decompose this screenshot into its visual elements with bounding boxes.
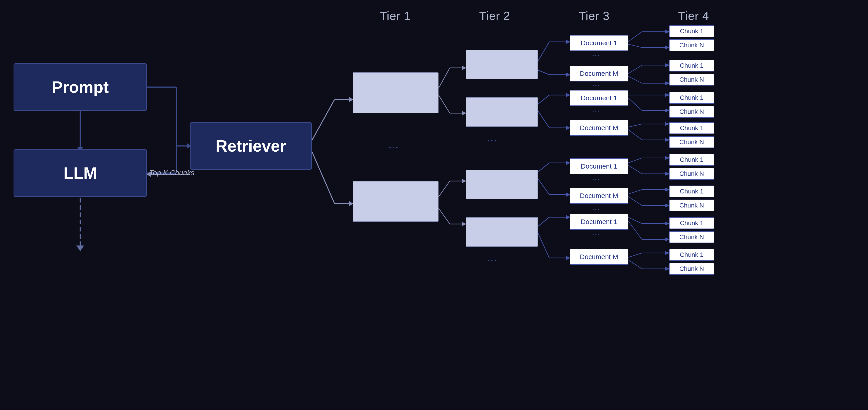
topn-label: Top K Chunks [149,169,194,177]
tier2-label: Tier 2 [479,9,510,23]
svg-line-81 [628,165,642,174]
chunk-label: Chunk 1 [680,28,704,35]
svg-line-45 [538,179,549,195]
chunk-g1dm-cn: Chunk N [669,74,714,86]
svg-line-21 [438,95,450,113]
doc-label: Document 1 [581,94,617,102]
svg-line-90 [628,217,642,224]
svg-line-99 [628,260,642,269]
chunk-g2b2dm-cn: Chunk N [669,263,714,275]
chunk-label: Chunk N [680,41,704,49]
svg-line-60 [628,65,642,74]
chunk-label: Chunk 1 [680,124,704,132]
doc-box-g1b1-dm: Document M [569,66,628,82]
svg-line-72 [628,124,642,127]
chunk-g1d1-c1: Chunk 1 [669,25,714,37]
svg-line-54 [628,32,642,42]
doc-box-g2b1-d1: Document 1 [569,158,628,174]
chunk-g1d1-cn: Chunk N [669,39,714,51]
svg-line-96 [628,253,642,258]
prompt-box: Prompt [13,63,147,111]
chunk-g1b2d1-cn: Chunk N [669,106,714,118]
tier2-dots-lower: ··· [487,256,497,266]
retriever-label: Retriever [216,137,286,155]
svg-line-33 [538,70,549,75]
doc-box-g2b2-d1: Document 1 [569,214,628,230]
doc-label: Document 1 [581,39,617,47]
chunk-label: Chunk N [680,265,704,272]
llm-box: LLM [13,149,147,197]
svg-line-18 [438,68,450,88]
tier1-dots: ··· [389,143,399,153]
tier3-label: Tier 3 [579,9,610,23]
doc-box-g1b1-d1: Document 1 [569,35,628,51]
svg-line-12 [312,99,335,140]
doc-label: Document M [580,253,618,261]
tier2-dots-upper: ··· [487,136,497,146]
doc-label: Document M [580,124,618,132]
chunk-g2b1d1-c1: Chunk 1 [669,154,714,166]
svg-line-75 [628,129,642,140]
chunk-g2b1dm-c1: Chunk 1 [669,185,714,197]
doc-box-g1b2-d1: Document 1 [569,90,628,106]
chunk-label: Chunk N [680,170,704,177]
prompt-label: Prompt [52,78,109,96]
svg-line-42 [538,163,549,172]
svg-line-48 [538,217,549,226]
svg-line-39 [538,111,549,128]
tier4-label: Tier 4 [678,9,709,23]
tier2-box-2 [466,97,538,127]
retriever-box: Retriever [190,122,312,170]
svg-line-87 [628,196,642,205]
tier1-box-2 [352,181,438,222]
llm-label: LLM [64,164,97,182]
doc-dots-1: ··· [592,52,600,59]
chunk-label: Chunk N [680,76,704,83]
chunk-g1b2dm-cn: Chunk N [669,136,714,148]
diagram: Tier 1 Tier 2 Tier 3 Tier 4 Prompt LLM T… [0,0,868,410]
chunk-label: Chunk 1 [680,188,704,195]
chunk-g2b1dm-cn: Chunk N [669,200,714,211]
doc-label: Document 1 [581,163,617,170]
svg-line-84 [628,189,642,194]
svg-marker-11 [76,245,84,251]
doc-dots-5: ··· [592,206,600,213]
doc-label: Document M [580,192,618,200]
chunk-g2b2dm-c1: Chunk 1 [669,249,714,261]
doc-label: Document 1 [581,218,617,226]
svg-line-36 [538,95,549,104]
tier1-box-1 [352,72,438,113]
svg-line-93 [628,221,642,239]
svg-line-57 [628,44,642,48]
chunk-g2b1d1-cn: Chunk N [669,168,714,180]
chunk-g1dm-c1: Chunk 1 [669,60,714,71]
svg-line-63 [628,76,642,83]
svg-line-27 [438,208,450,224]
doc-dots-2: ··· [592,82,600,89]
svg-line-78 [628,158,642,163]
chunk-label: Chunk 1 [680,62,704,69]
chunk-label: Chunk 1 [680,251,704,258]
tier1-label: Tier 1 [380,9,411,23]
svg-line-51 [538,233,549,258]
doc-dots-3: ··· [592,108,600,115]
chunk-label: Chunk 1 [680,156,704,164]
doc-dots-4: ··· [592,176,600,183]
chunk-label: Chunk N [680,108,704,115]
chunk-g2b2d1-c1: Chunk 1 [669,217,714,229]
tier2-box-4 [466,217,538,246]
svg-line-69 [628,98,642,110]
chunk-g1b2dm-c1: Chunk 1 [669,122,714,134]
chunk-label: Chunk N [680,202,704,209]
chunk-g1b2d1-c1: Chunk 1 [669,92,714,104]
doc-box-g2b2-dm: Document M [569,249,628,265]
tier2-box-3 [466,170,538,199]
chunk-g2b2d1-cn: Chunk N [669,231,714,243]
doc-label: Document M [580,70,618,78]
svg-line-24 [438,181,450,197]
chunk-label: Chunk N [680,234,704,241]
doc-box-g1b2-dm: Document M [569,120,628,136]
svg-line-15 [312,152,335,204]
chunk-label: Chunk 1 [680,94,704,101]
tier2-box-1 [466,50,538,79]
